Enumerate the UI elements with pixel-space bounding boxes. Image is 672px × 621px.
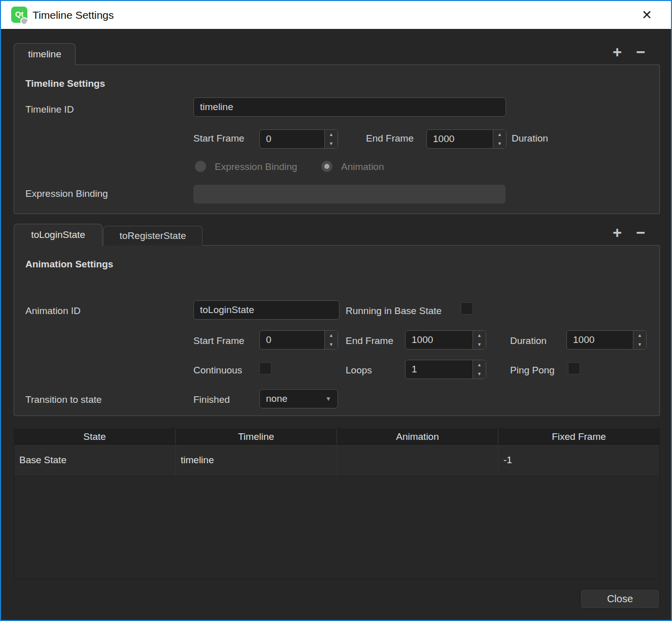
finished-dropdown[interactable]: none ▼ — [259, 389, 338, 408]
animation-id-label: Animation ID — [25, 305, 81, 317]
spin-down-icon[interactable]: ▼ — [325, 139, 338, 148]
spin-up-icon[interactable]: ▲ — [493, 130, 506, 139]
tab-timeline-label: timeline — [28, 49, 61, 60]
animation-id-input[interactable] — [193, 300, 340, 320]
add-animation-button[interactable]: + — [613, 226, 622, 239]
ping-pong-checkbox[interactable] — [568, 362, 580, 374]
window-title: Timeline Settings — [32, 1, 114, 29]
timeline-settings-heading: Timeline Settings — [25, 78, 105, 89]
end-frame-spinbox[interactable]: 1000 ▲ ▼ — [426, 129, 507, 149]
state-table: State Timeline Animation Fixed Frame Bas… — [14, 429, 660, 579]
minus-icon: − — [636, 43, 645, 61]
expression-binding-radio[interactable] — [195, 161, 206, 172]
expression-binding-radio-label: Expression Binding — [215, 161, 297, 172]
loops-value: 1 — [406, 360, 473, 378]
animation-start-frame-spinbox[interactable]: 0 ▲ ▼ — [259, 330, 338, 350]
spin-buttons: ▲ ▼ — [633, 331, 646, 349]
column-header-animation[interactable]: Animation — [337, 429, 498, 444]
start-frame-label: Start Frame — [193, 335, 244, 347]
spin-up-icon[interactable]: ▲ — [473, 360, 486, 369]
start-frame-label: Start Frame — [193, 133, 244, 144]
plus-icon: + — [613, 43, 622, 61]
duration-value: 1000 — [567, 331, 633, 349]
end-frame-value: 1000 — [406, 331, 473, 349]
column-header-fixed-frame[interactable]: Fixed Frame — [498, 429, 659, 444]
continuous-label: Continuous — [193, 365, 242, 376]
plus-icon: + — [613, 224, 622, 242]
tab-toregisterstate[interactable]: toRegisterState — [103, 226, 203, 246]
remove-timeline-button[interactable]: − — [636, 46, 645, 59]
transition-to-state-label: Transition to state — [25, 394, 102, 405]
animation-end-frame-spinbox[interactable]: 1000 ▲ ▼ — [405, 330, 486, 350]
close-button[interactable]: Close — [580, 589, 660, 609]
timeline-settings-dialog: Qt Timeline Settings ✕ timeline + − Time… — [0, 0, 672, 621]
window-close-button[interactable]: ✕ — [633, 1, 661, 29]
minus-icon: − — [636, 224, 645, 242]
spin-up-icon[interactable]: ▲ — [633, 331, 646, 340]
close-icon: ✕ — [642, 8, 652, 22]
spin-down-icon[interactable]: ▼ — [493, 139, 506, 148]
loops-spinbox[interactable]: 1 ▲ ▼ — [405, 360, 486, 379]
animation-radio-label: Animation — [341, 161, 384, 172]
spin-buttons: ▲ ▼ — [324, 130, 338, 148]
cell-animation[interactable] — [337, 444, 498, 476]
cell-fixed-frame[interactable]: -1 — [498, 444, 659, 476]
spin-down-icon[interactable]: ▼ — [325, 340, 338, 349]
tab-tologinstate[interactable]: toLoginState — [14, 224, 103, 246]
spin-buttons: ▲ ▼ — [324, 331, 338, 349]
end-frame-label: End Frame — [346, 335, 393, 347]
title-bar: Qt Timeline Settings ✕ — [1, 1, 671, 29]
cell-timeline[interactable]: timeline — [176, 444, 337, 476]
animation-radio[interactable] — [321, 161, 332, 172]
running-in-base-state-checkbox[interactable] — [461, 302, 473, 315]
loops-label: Loops — [346, 365, 372, 376]
close-button-label: Close — [607, 593, 633, 605]
spin-down-icon[interactable]: ▼ — [473, 340, 486, 349]
add-timeline-button[interactable]: + — [613, 46, 622, 59]
timeline-settings-panel: Timeline Settings Timeline ID Start Fram… — [14, 64, 660, 214]
table-row[interactable]: Base State timeline -1 — [14, 444, 659, 476]
timeline-id-input[interactable] — [193, 97, 506, 117]
chevron-down-icon: ▼ — [325, 395, 331, 402]
tab-toregisterstate-label: toRegisterState — [120, 230, 186, 242]
end-frame-label: End Frame — [366, 133, 414, 144]
running-in-base-state-label: Running in Base State — [346, 305, 442, 317]
spin-buttons: ▲ ▼ — [493, 130, 506, 148]
column-header-state[interactable]: State — [14, 429, 176, 444]
end-frame-value: 1000 — [427, 130, 493, 148]
spin-up-icon[interactable]: ▲ — [473, 331, 486, 340]
column-header-timeline[interactable]: Timeline — [176, 429, 337, 444]
start-frame-spinbox[interactable]: 0 ▲ ▼ — [259, 129, 338, 149]
duration-spinbox[interactable]: 1000 ▲ ▼ — [566, 330, 647, 350]
animation-settings-heading: Animation Settings — [25, 259, 113, 270]
finished-dropdown-value: none — [266, 393, 287, 404]
tab-timeline[interactable]: timeline — [14, 43, 76, 65]
continuous-checkbox[interactable] — [259, 362, 272, 374]
start-frame-value: 0 — [260, 331, 324, 349]
tab-tologinstate-label: toLoginState — [31, 229, 85, 240]
duration-label: Duration — [510, 335, 547, 347]
spin-down-icon[interactable]: ▼ — [473, 369, 486, 378]
duration-label: Duration — [512, 133, 548, 144]
timeline-id-label: Timeline ID — [25, 104, 74, 115]
state-table-header: State Timeline Animation Fixed Frame — [14, 429, 659, 444]
spin-buttons: ▲ ▼ — [473, 331, 486, 349]
remove-animation-button[interactable]: − — [636, 226, 645, 239]
spin-down-icon[interactable]: ▼ — [633, 340, 646, 349]
cell-state[interactable]: Base State — [14, 444, 176, 476]
spin-up-icon[interactable]: ▲ — [325, 331, 338, 340]
spin-up-icon[interactable]: ▲ — [325, 130, 338, 139]
expression-binding-input[interactable] — [193, 185, 506, 203]
finished-label: Finished — [193, 394, 230, 405]
spin-buttons: ▲ ▼ — [473, 360, 486, 378]
animation-settings-panel: Animation Settings Animation ID Running … — [14, 245, 660, 416]
radio-dot — [324, 164, 329, 169]
start-frame-value: 0 — [260, 130, 324, 148]
expression-binding-label: Expression Binding — [25, 188, 108, 199]
ping-pong-label: Ping Pong — [510, 365, 555, 376]
